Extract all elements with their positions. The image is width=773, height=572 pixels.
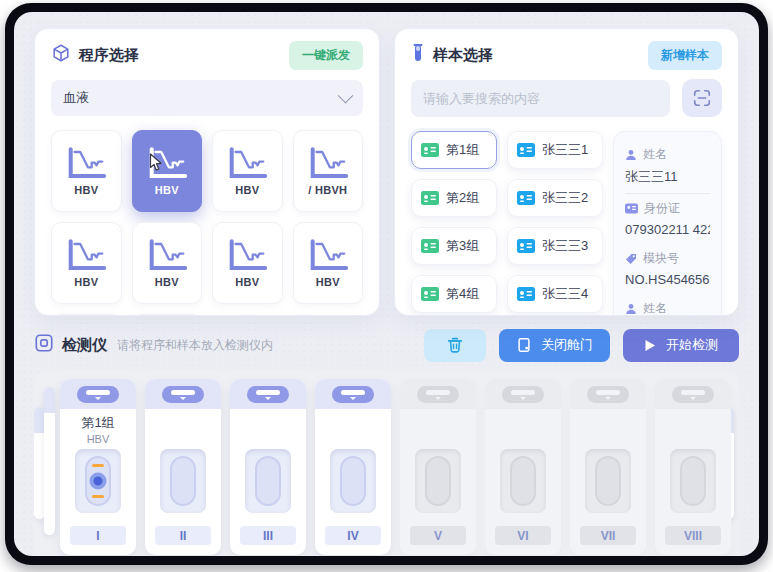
program-card-grid: HBV HBV HBV / HBVH [51, 130, 363, 316]
program-card-selected[interactable]: HBV [132, 130, 203, 212]
group-item-label: 第2组 [446, 189, 479, 207]
slot-6-disabled: VI [485, 379, 561, 555]
slot-1-loaded[interactable]: 第1组 HBV I [60, 379, 136, 555]
category-select-value: 血液 [63, 89, 89, 107]
slot-latch [145, 379, 221, 409]
detector-section: 检测仪 请将程序和样本放入检测仪内 关闭舱门 [34, 328, 739, 556]
slot-3-empty[interactable]: III [230, 379, 306, 555]
cartridge-icon [85, 456, 111, 506]
detector-subtitle: 请将程序和样本放入检测仪内 [117, 337, 273, 354]
empty-capsule-icon [510, 456, 536, 506]
detail-field-idcard: 身份证 079302211 4223444222 [625, 194, 710, 244]
add-sample-button[interactable]: 新增样本 [648, 41, 722, 70]
slot-latch [315, 379, 391, 409]
empty-capsule-icon [595, 456, 621, 506]
detail-field-module: 模块号 NO.HS454656 [625, 244, 710, 294]
id-card-icon [517, 287, 535, 301]
sample-item[interactable]: 张三三1 [507, 131, 603, 169]
sample-search-input[interactable] [411, 80, 670, 117]
sample-item[interactable]: 张三三2 [507, 179, 603, 217]
slot-2-empty[interactable]: II [145, 379, 221, 555]
detector-tray: 第1组 HBV I II [34, 371, 739, 556]
scan-icon [692, 88, 712, 108]
slot-numeral: VIII [665, 526, 721, 545]
id-card-icon [625, 203, 638, 214]
sample-item[interactable]: 张三三3 [507, 227, 603, 265]
group-item-label: 第3组 [446, 237, 479, 255]
program-card-label: HBV [155, 276, 179, 288]
category-select[interactable]: 血液 [51, 80, 363, 116]
slot-latch [60, 379, 136, 409]
program-card[interactable]: / HBVH [293, 130, 364, 212]
cube-icon [51, 43, 71, 67]
play-icon [644, 339, 656, 352]
detail-field-label: 身份证 [644, 200, 680, 217]
program-card-peek[interactable] [132, 314, 203, 316]
group-item[interactable]: 第4组 [411, 275, 497, 313]
slot-4-empty[interactable]: IV [315, 379, 391, 555]
program-card-label: HBV [235, 184, 259, 196]
clear-tray-button[interactable] [424, 329, 486, 362]
close-door-button[interactable]: 关闭舱门 [499, 329, 610, 362]
slot-bay [415, 449, 461, 513]
program-card[interactable]: HBV [51, 222, 122, 304]
group-item[interactable]: 第2组 [411, 179, 497, 217]
test-tube-icon [411, 43, 425, 67]
thermal-curve-icon [225, 146, 269, 181]
slot-7-disabled: VII [570, 379, 646, 555]
slot-8-disabled: VIII [655, 379, 731, 555]
latch-pill-icon [77, 386, 119, 403]
group-item-selected[interactable]: 第1组 [411, 131, 497, 169]
slot-bay [585, 449, 631, 513]
detail-field-label: 模块号 [643, 250, 679, 267]
thermal-curve-icon [225, 238, 269, 273]
device-bezel: 程序选择 一键派发 血液 HBV HBV [5, 3, 768, 565]
slot-latch [570, 379, 646, 409]
chevron-down-icon [338, 87, 354, 103]
program-card-label: HBV [74, 184, 98, 196]
detail-field-label: 姓名 [643, 300, 667, 316]
detector-title: 检测仪 [62, 336, 107, 355]
slot-bay [75, 449, 121, 513]
sample-item-label: 张三三3 [542, 237, 588, 255]
detail-field-value: NO.HS454656 [625, 272, 710, 287]
slot-bay [245, 449, 291, 513]
program-card[interactable]: HBV [132, 222, 203, 304]
start-detection-label: 开始检测 [666, 336, 718, 354]
slot-bay [500, 449, 546, 513]
program-card-peek[interactable] [51, 314, 122, 316]
program-card-label: HBV [235, 276, 259, 288]
stacked-card-edge [44, 387, 55, 535]
sample-item[interactable]: 张三三4 [507, 275, 603, 313]
program-panel-title: 程序选择 [79, 46, 139, 65]
latch-pill-icon [332, 386, 374, 403]
program-panel: 程序选择 一键派发 血液 HBV HBV [34, 28, 380, 316]
sample-panel-title: 样本选择 [433, 46, 493, 65]
user-icon [625, 303, 637, 315]
start-detection-button[interactable]: 开始检测 [623, 329, 739, 362]
latch-pill-icon [502, 386, 544, 403]
dispatch-all-button[interactable]: 一键派发 [289, 41, 363, 70]
latch-pill-icon [247, 386, 289, 403]
slot-numeral: VI [495, 526, 551, 545]
id-card-icon [517, 191, 535, 205]
program-card[interactable]: HBV [212, 222, 283, 304]
sample-item-label: 张三三1 [542, 141, 588, 159]
close-door-label: 关闭舱门 [541, 336, 593, 354]
slot-numeral: IV [325, 526, 381, 545]
detector-header: 检测仪 请将程序和样本放入检测仪内 关闭舱门 [34, 328, 739, 362]
thermal-curve-icon [64, 238, 108, 273]
program-card[interactable]: HBV [51, 130, 122, 212]
slot-group-label: 第1组 [81, 414, 114, 432]
scan-button[interactable] [682, 79, 722, 117]
tag-icon [625, 253, 637, 265]
group-item[interactable]: 第3组 [411, 227, 497, 265]
program-card[interactable]: HBV [293, 222, 364, 304]
sample-panel-header: 样本选择 新增样本 [411, 43, 722, 67]
sample-list: 张三三1 张三三2 张三三3 张三三4 [507, 131, 603, 313]
detail-field-value: 079302211 4223444222 [625, 222, 710, 237]
slot-5-disabled: V [400, 379, 476, 555]
app-screen: 程序选择 一键派发 血液 HBV HBV [14, 12, 759, 556]
sample-detail-card: 姓名 张三三11 身份证 079302211 4223444222 [613, 131, 722, 316]
program-card[interactable]: HBV [212, 130, 283, 212]
